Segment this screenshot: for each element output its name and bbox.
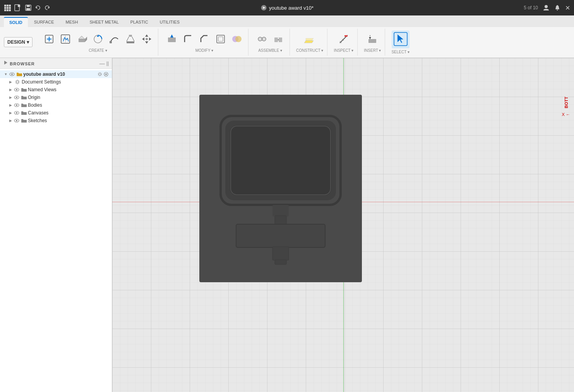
fillet-button[interactable] [181, 32, 195, 47]
joint-button[interactable] [255, 32, 269, 47]
tab-solid[interactable]: SOLID [4, 17, 28, 27]
tree-item-named-views[interactable]: ▶ Named Views [0, 86, 112, 94]
select-button[interactable] [392, 31, 410, 48]
gear-icon-root[interactable] [97, 72, 103, 77]
svg-point-67 [105, 73, 107, 75]
loft-button[interactable] [123, 32, 138, 47]
modify-icons-row [164, 32, 244, 47]
loft-icon [125, 34, 136, 44]
tab-surface[interactable]: SURFACE [29, 17, 60, 27]
app-grid-icon[interactable] [4, 4, 11, 11]
svg-point-68 [16, 81, 19, 83]
svg-rect-5 [9, 7, 11, 9]
insert-label[interactable]: INSERT ▾ [364, 48, 381, 53]
extrude-button[interactable] [74, 32, 89, 47]
move-button[interactable] [139, 32, 154, 47]
create-icons-row [42, 32, 154, 47]
shell-button[interactable] [213, 32, 228, 47]
create-label[interactable]: CREATE ▾ [89, 48, 107, 53]
assemble-label[interactable]: ASSEMBLE ▾ [258, 48, 282, 53]
browser-panel-icon[interactable]: || [106, 61, 109, 66]
browser-title: BROWSER [10, 61, 34, 66]
tab-mesh[interactable]: MESH [60, 17, 84, 27]
tree-label-canvases: Canvases [28, 110, 109, 116]
measure-button[interactable] [336, 32, 351, 47]
press-pull-button[interactable] [164, 32, 179, 47]
toolbar-group-inspect: INSPECT ▾ [330, 29, 358, 56]
svg-rect-90 [275, 260, 286, 264]
gear-icon-doc [15, 79, 20, 85]
tab-utilities[interactable]: UTILITIES [154, 17, 185, 27]
tree-item-canvases[interactable]: ▶ Canvases [0, 109, 112, 117]
undo-icon[interactable] [35, 5, 41, 11]
3d-model[interactable] [197, 89, 364, 286]
extrude-icon [76, 34, 87, 44]
new-component-button[interactable] [42, 32, 57, 47]
svg-rect-86 [272, 205, 289, 216]
eye-icon-views[interactable] [14, 87, 19, 92]
svg-rect-8 [9, 9, 11, 11]
browser-collapse-icon[interactable] [3, 60, 9, 65]
svg-rect-2 [9, 5, 11, 7]
browser-minimize-icon[interactable]: — [99, 60, 105, 66]
tree-item-origin[interactable]: ▶ Origin [0, 94, 112, 101]
combine-button[interactable] [230, 32, 244, 47]
sketch-button[interactable] [58, 32, 73, 47]
tree-item-bodies[interactable]: ▶ Bodies [0, 101, 112, 109]
visibility-icon-root[interactable] [9, 72, 15, 77]
svg-rect-29 [110, 41, 112, 43]
folder-icon-bodies [21, 102, 27, 108]
folder-icon-sketches [21, 118, 27, 123]
select-icons-row [392, 31, 410, 48]
eye-icon-origin[interactable] [14, 95, 19, 100]
tab-plastic[interactable]: PLASTIC [125, 17, 154, 27]
svg-point-45 [258, 37, 262, 41]
tree-label-bodies: Bodies [28, 102, 109, 108]
sweep-icon [109, 34, 120, 44]
svg-marker-40 [170, 34, 173, 37]
select-label[interactable]: SELECT ▾ [391, 50, 410, 54]
inspect-label[interactable]: INSPECT ▾ [334, 48, 353, 53]
notification-icon[interactable] [554, 4, 560, 11]
joint-icon [257, 34, 267, 44]
sweep-button[interactable] [107, 32, 122, 47]
title-bar-left-icons [4, 4, 50, 11]
file-icon[interactable] [14, 4, 22, 11]
construct-label[interactable]: CONSTRUCT ▾ [296, 48, 323, 53]
chamfer-button[interactable] [197, 32, 212, 47]
close-button[interactable]: ✕ [565, 4, 570, 12]
tree-item-doc-settings[interactable]: ▶ Document Settings [0, 78, 112, 86]
tree-label-views: Named Views [28, 87, 109, 92]
svg-point-64 [99, 73, 101, 75]
tree-label-origin: Origin [28, 95, 109, 100]
as-built-icon [273, 34, 284, 44]
svg-line-33 [132, 37, 134, 41]
folder-icon-root [16, 72, 22, 77]
eye-icon-canvases[interactable] [14, 110, 19, 116]
account-icon[interactable] [543, 4, 550, 11]
svg-point-70 [16, 89, 17, 90]
svg-point-78 [16, 120, 17, 121]
save-icon[interactable] [25, 4, 32, 11]
tree-item-sketches[interactable]: ▶ Sketches [0, 117, 112, 124]
redo-icon[interactable] [44, 5, 50, 11]
select-icon [394, 32, 408, 46]
offset-plane-button[interactable] [302, 32, 317, 47]
target-icon-root[interactable] [103, 72, 109, 77]
viewport[interactable]: BOTT X ← [112, 58, 574, 392]
insert-button[interactable] [365, 32, 380, 47]
tree-label-doc: Document Settings [22, 79, 109, 85]
eye-icon-sketches[interactable] [14, 118, 19, 123]
svg-rect-49 [279, 37, 282, 42]
as-built-button[interactable] [271, 32, 286, 47]
revolve-button[interactable] [91, 32, 105, 47]
modify-label[interactable]: MODIFY ▾ [195, 48, 213, 53]
svg-rect-56 [344, 35, 348, 37]
tree-item-root[interactable]: ▼ youtube award v10 [0, 70, 112, 78]
eye-icon-bodies[interactable] [14, 102, 19, 108]
design-dropdown[interactable]: DESIGN ▾ [4, 37, 33, 47]
press-pull-icon [166, 34, 177, 44]
offset-plane-icon [304, 34, 315, 44]
tab-sheet-metal[interactable]: SHEET METAL [84, 17, 124, 27]
revolve-icon [93, 34, 103, 44]
